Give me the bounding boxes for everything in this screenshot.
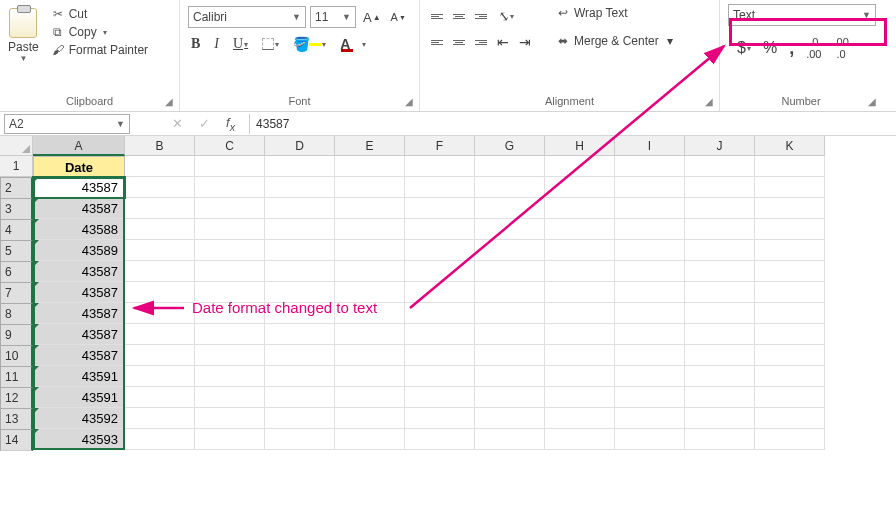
cell-A14[interactable]: 43593 <box>33 429 125 450</box>
cell-F4[interactable] <box>405 219 475 240</box>
cell-H14[interactable] <box>545 429 615 450</box>
cell-D13[interactable] <box>265 408 335 429</box>
cell-C12[interactable] <box>195 387 265 408</box>
cell-C2[interactable] <box>195 177 265 198</box>
cell-E1[interactable] <box>335 156 405 177</box>
cut-button[interactable]: ✂Cut <box>49 6 150 22</box>
cell-A4[interactable]: 43588 <box>33 219 125 240</box>
cell-F8[interactable] <box>405 303 475 324</box>
cancel-formula-icon[interactable]: ✕ <box>164 116 191 131</box>
col-header-C[interactable]: C <box>195 136 265 156</box>
cell-G8[interactable] <box>475 303 545 324</box>
cell-K3[interactable] <box>755 198 825 219</box>
cell-D14[interactable] <box>265 429 335 450</box>
cell-H3[interactable] <box>545 198 615 219</box>
cell-C1[interactable] <box>195 156 265 177</box>
cell-I12[interactable] <box>615 387 685 408</box>
percent-button[interactable]: % <box>760 37 780 59</box>
cell-J9[interactable] <box>685 324 755 345</box>
cell-E7[interactable] <box>335 282 405 303</box>
cell-H9[interactable] <box>545 324 615 345</box>
clipboard-dialog-launcher-icon[interactable]: ◢ <box>165 96 173 107</box>
cell-H6[interactable] <box>545 261 615 282</box>
cell-K7[interactable] <box>755 282 825 303</box>
wrap-text-button[interactable]: ↩Wrap Text <box>552 4 677 22</box>
cell-G9[interactable] <box>475 324 545 345</box>
row-header-10[interactable]: 10 <box>0 345 33 367</box>
cell-B10[interactable] <box>125 345 195 366</box>
cell-D7[interactable] <box>265 282 335 303</box>
cell-B8[interactable] <box>125 303 195 324</box>
cell-G7[interactable] <box>475 282 545 303</box>
cell-F6[interactable] <box>405 261 475 282</box>
cell-J11[interactable] <box>685 366 755 387</box>
select-all-button[interactable] <box>0 136 33 156</box>
comma-button[interactable]: , <box>786 36 797 61</box>
cell-G4[interactable] <box>475 219 545 240</box>
cell-C10[interactable] <box>195 345 265 366</box>
cell-J12[interactable] <box>685 387 755 408</box>
col-header-J[interactable]: J <box>685 136 755 156</box>
cell-F12[interactable] <box>405 387 475 408</box>
col-header-K[interactable]: K <box>755 136 825 156</box>
col-header-A[interactable]: A <box>33 136 125 156</box>
cell-A6[interactable]: 43587 <box>33 261 125 282</box>
cell-A5[interactable]: 43589 <box>33 240 125 261</box>
align-center-button[interactable] <box>450 38 468 47</box>
cell-I11[interactable] <box>615 366 685 387</box>
cell-A3[interactable]: 43587 <box>33 198 125 219</box>
cell-G10[interactable] <box>475 345 545 366</box>
cell-D2[interactable] <box>265 177 335 198</box>
cell-B3[interactable] <box>125 198 195 219</box>
cell-K12[interactable] <box>755 387 825 408</box>
cell-G1[interactable] <box>475 156 545 177</box>
cell-E5[interactable] <box>335 240 405 261</box>
cell-H2[interactable] <box>545 177 615 198</box>
row-header-4[interactable]: 4 <box>0 219 33 241</box>
cell-G3[interactable] <box>475 198 545 219</box>
font-size-select[interactable]: 11▼ <box>310 6 356 28</box>
cell-J7[interactable] <box>685 282 755 303</box>
align-bottom-button[interactable] <box>472 12 490 21</box>
col-header-E[interactable]: E <box>335 136 405 156</box>
row-header-7[interactable]: 7 <box>0 282 33 304</box>
cell-D11[interactable] <box>265 366 335 387</box>
font-color-button[interactable]: A▾ <box>337 34 369 54</box>
row-header-9[interactable]: 9 <box>0 324 33 346</box>
cell-H13[interactable] <box>545 408 615 429</box>
cell-H5[interactable] <box>545 240 615 261</box>
cell-E8[interactable] <box>335 303 405 324</box>
cell-A2[interactable]: 43587 <box>33 177 125 198</box>
cell-E4[interactable] <box>335 219 405 240</box>
cell-F2[interactable] <box>405 177 475 198</box>
cell-K11[interactable] <box>755 366 825 387</box>
decrease-decimal-button[interactable]: .00.0 <box>830 34 851 62</box>
cell-F14[interactable] <box>405 429 475 450</box>
cell-J2[interactable] <box>685 177 755 198</box>
cell-D8[interactable] <box>265 303 335 324</box>
cell-D4[interactable] <box>265 219 335 240</box>
col-header-G[interactable]: G <box>475 136 545 156</box>
cell-I4[interactable] <box>615 219 685 240</box>
copy-button[interactable]: ⧉Copy▾ <box>49 24 150 40</box>
cell-H12[interactable] <box>545 387 615 408</box>
cell-A13[interactable]: 43592 <box>33 408 125 429</box>
cell-J8[interactable] <box>685 303 755 324</box>
cell-I1[interactable] <box>615 156 685 177</box>
cell-H8[interactable] <box>545 303 615 324</box>
italic-button[interactable]: I <box>211 34 222 54</box>
row-header-6[interactable]: 6 <box>0 261 33 283</box>
cell-J13[interactable] <box>685 408 755 429</box>
format-painter-button[interactable]: 🖌Format Painter <box>49 42 150 58</box>
cell-J5[interactable] <box>685 240 755 261</box>
cell-C9[interactable] <box>195 324 265 345</box>
cell-C13[interactable] <box>195 408 265 429</box>
cell-C11[interactable] <box>195 366 265 387</box>
col-header-B[interactable]: B <box>125 136 195 156</box>
cell-G14[interactable] <box>475 429 545 450</box>
cell-E3[interactable] <box>335 198 405 219</box>
cell-B14[interactable] <box>125 429 195 450</box>
cell-J6[interactable] <box>685 261 755 282</box>
cell-B13[interactable] <box>125 408 195 429</box>
cell-E9[interactable] <box>335 324 405 345</box>
